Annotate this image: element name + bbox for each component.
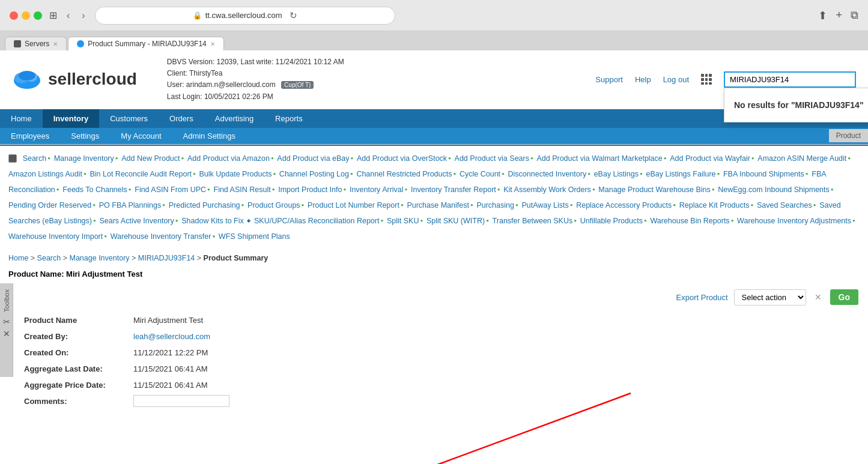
inv-link-kit-assembly[interactable]: Kit Assembly Work Orders (503, 185, 591, 194)
inv-link-bin-reports[interactable]: Warehouse Bin Reports (650, 217, 729, 225)
breadcrumb-search[interactable]: Search (37, 254, 61, 262)
nav-advertising[interactable]: Advertising (204, 109, 264, 128)
inv-link-bulk-update[interactable]: Bulk Update Products (199, 170, 272, 178)
nav-customers[interactable]: Customers (99, 109, 159, 128)
nav-reports[interactable]: Reports (264, 109, 314, 128)
inv-link-transfer-between[interactable]: Transfer Between SKUs (493, 217, 573, 225)
inv-link-add-amazon[interactable]: Add Product via Amazon (187, 154, 270, 163)
inv-link-channel-posting[interactable]: Channel Posting Log (279, 170, 349, 178)
tab-overview-button[interactable]: ⧉ (851, 9, 858, 22)
browser-actions: ⬆ + ⧉ (818, 9, 858, 22)
inv-link-add-ebay[interactable]: Add Product via eBay (277, 154, 349, 163)
apps-grid-icon[interactable] (701, 74, 712, 85)
back-button[interactable]: ‹ (64, 8, 72, 23)
inv-link-add-overstock[interactable]: Add Product via OverStock (357, 154, 447, 163)
forward-button[interactable]: › (79, 8, 87, 23)
tab-product-summary[interactable]: Product Summary - MIRIADJU93F14 ✕ (68, 37, 223, 50)
subnav-settings[interactable]: Settings (60, 128, 110, 144)
logout-link[interactable]: Log out (663, 75, 689, 84)
minimize-button[interactable] (22, 11, 30, 20)
nav-inventory[interactable]: Inventory (43, 109, 100, 128)
inv-link-cycle-count[interactable]: Cycle Count (460, 170, 500, 178)
inv-link-wh-transfer[interactable]: Warehouse Inventory Transfer (111, 232, 211, 241)
inv-link-split-sku[interactable]: Split SKU (387, 217, 419, 225)
inv-link-ebay-listings[interactable]: eBay Listings (594, 170, 639, 178)
select-action-dropdown[interactable]: Select action (734, 289, 806, 306)
subnav-adminsettings[interactable]: Admin Settings (172, 128, 246, 144)
go-button[interactable]: Go (830, 289, 858, 305)
new-tab-button[interactable]: + (836, 9, 842, 22)
logo-icon (12, 67, 42, 91)
inv-link-find-asin[interactable]: Find ASIN From UPC (135, 185, 206, 194)
inv-link-sku-upc[interactable]: SKU/UPC/Alias Reconciliation Report (254, 217, 379, 225)
field-label-agg-last: Aggregate Last Date: (24, 361, 132, 376)
toolbox-move-icon[interactable]: ✕ (3, 329, 10, 339)
tab-product-close[interactable]: ✕ (210, 41, 215, 47)
inv-link-shadow-kits[interactable]: Shadow Kits to Fix (181, 217, 244, 225)
inv-link-asin-merge[interactable]: Amazon ASIN Merge Audit (757, 154, 846, 163)
inv-link-sears-active[interactable]: Sears Active Inventory (99, 217, 174, 225)
reload-button[interactable]: ↻ (290, 10, 297, 21)
inv-link-putaway[interactable]: PutAway Lists (521, 201, 568, 209)
close-button[interactable] (10, 11, 18, 20)
inv-link-wfs[interactable]: WFS Shipment Plans (219, 232, 290, 241)
toolbox-scissors-icon[interactable]: ✂ (3, 317, 10, 327)
global-search-input[interactable] (724, 71, 856, 88)
inv-link-bin-lot[interactable]: Bin Lot Reconcile Audit Report (90, 170, 192, 178)
export-product-link[interactable]: Export Product (676, 293, 728, 302)
inv-link-wh-import[interactable]: Warehouse Inventory Import (8, 232, 103, 241)
inv-link-product-groups[interactable]: Product Groups (247, 201, 300, 209)
inv-link-channel-restricted[interactable]: Channel Restricted Products (356, 170, 452, 178)
inv-link-fba-inbound[interactable]: FBA Inbound Shipments (723, 170, 804, 178)
inv-link-add-walmart[interactable]: Add Product via Walmart Marketplace (536, 154, 662, 163)
inv-link-replace-acc[interactable]: Replace Accessory Products (576, 201, 672, 209)
inv-link-manage[interactable]: Manage Inventory (54, 154, 114, 163)
support-link[interactable]: Support (595, 75, 623, 84)
inv-link-add-new[interactable]: Add New Product (121, 154, 180, 163)
inventory-menu-toggle[interactable] (8, 154, 17, 163)
nav-home[interactable]: Home (0, 109, 43, 128)
inv-link-feeds[interactable]: Feeds To Channels (62, 185, 127, 194)
breadcrumb-sku[interactable]: MIRIADJU93F14 (138, 254, 195, 262)
inv-link-import-product[interactable]: Import Product Info (278, 185, 342, 194)
inv-link-listings-audit[interactable]: Amazon Listings Audit (8, 170, 82, 178)
content-area: Export Product Select action ✕ Go Produc… (13, 283, 868, 377)
inv-link-asin-result[interactable]: Find ASIN Result (214, 185, 271, 194)
nav-orders[interactable]: Orders (159, 109, 204, 128)
inv-link-add-wayfair[interactable]: Add Product via Wayfair (670, 154, 750, 163)
inv-link-wh-adjustments[interactable]: Warehouse Inventory Adjustments (737, 217, 851, 225)
help-link[interactable]: Help (635, 75, 651, 84)
inv-link-saved-searches[interactable]: Saved Searches (757, 201, 812, 209)
created-by-link[interactable]: leah@sellercloud.com (133, 332, 210, 341)
breadcrumb-home[interactable]: Home (8, 254, 28, 262)
inv-link-split-sku-witr[interactable]: Split SKU (WITR) (426, 217, 485, 225)
inv-link-po-fba[interactable]: PO FBA Plannings (99, 201, 162, 209)
table-row: Created By: leah@sellercloud.com (24, 329, 322, 344)
inv-link-unfillable[interactable]: Unfillable Products (580, 217, 643, 225)
breadcrumb-manage-inventory[interactable]: Manage Inventory (69, 254, 129, 262)
sidebar-toggle-button[interactable]: ⊞ (49, 10, 57, 21)
inv-link-add-sears[interactable]: Add Product via Sears (455, 154, 529, 163)
inv-link-search[interactable]: Search (23, 154, 47, 163)
inv-link-transfer-report[interactable]: Inventory Transfer Report (411, 185, 496, 194)
inv-link-lot-number[interactable]: Product Lot Number Report (308, 201, 399, 209)
tab-servers[interactable]: Servers ✕ (5, 37, 67, 50)
address-bar[interactable]: 🔒 tt.cwa.sellercloud.com ↻ (95, 7, 395, 25)
comments-input[interactable] (133, 395, 229, 407)
inv-link-predicted[interactable]: Predicted Purchasing (169, 201, 240, 209)
inv-link-newegg[interactable]: NewEgg.com Inbound Shipments (718, 185, 830, 194)
tab-servers-close[interactable]: ✕ (53, 41, 58, 47)
inv-link-disconnected[interactable]: Disconnected Inventory (508, 170, 587, 178)
subnav-employees[interactable]: Employees (0, 128, 60, 144)
inv-link-purchase-manifest[interactable]: Purchase Manifest (407, 201, 469, 209)
inv-link-inventory-arrival[interactable]: Inventory Arrival (350, 185, 404, 194)
share-button[interactable]: ⬆ (818, 9, 827, 22)
inv-link-ebay-failure[interactable]: eBay Listings Failure (646, 170, 715, 178)
inv-link-pending-order[interactable]: Pending Order Reserved (8, 201, 91, 209)
maximize-button[interactable] (34, 11, 42, 20)
inv-link-purchasing[interactable]: Purchasing (476, 201, 514, 209)
inv-link-replace-kit[interactable]: Replace Kit Products (679, 201, 750, 209)
clear-select-button[interactable]: ✕ (812, 292, 824, 302)
inv-link-manage-bins[interactable]: Manage Product Warehouse Bins (598, 185, 710, 194)
subnav-myaccount[interactable]: My Account (110, 128, 172, 144)
